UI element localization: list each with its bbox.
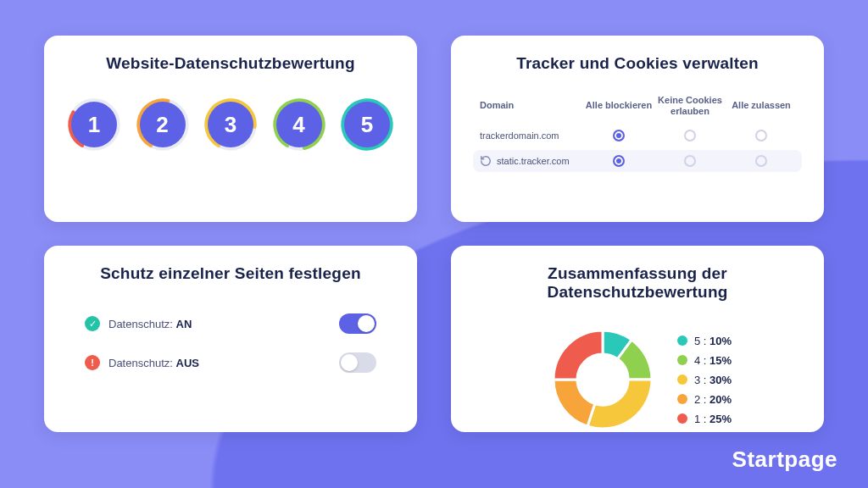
card-title: Tracker und Cookies verwalten	[473, 54, 802, 73]
rating-badge-3: 3	[203, 97, 259, 152]
card-title: Website-Datenschutzbewertung	[66, 54, 395, 73]
legend-label: 3 : 30%	[694, 374, 732, 386]
legend-row: 1 : 25%	[677, 413, 732, 425]
legend-swatch	[677, 336, 687, 346]
card-website-rating: Website-Datenschutzbewertung 12345	[44, 36, 417, 222]
protection-toggle[interactable]	[339, 352, 376, 373]
protection-row: !Datenschutz: AUS	[85, 352, 376, 373]
reload-icon[interactable]	[480, 155, 492, 167]
rating-badge-1: 1	[66, 97, 122, 152]
tracker-radio[interactable]	[613, 130, 625, 141]
legend-row: 5 : 10%	[677, 335, 732, 347]
legend-label: 2 : 20%	[694, 393, 732, 406]
legend-swatch	[677, 355, 687, 365]
donut-segment	[554, 330, 603, 380]
rating-badge-4: 4	[271, 97, 327, 152]
tracker-domain: trackerdomain.com	[480, 130, 581, 141]
card-title: Schutz einzelner Seiten festlegen	[66, 264, 395, 283]
tracker-radio[interactable]	[684, 155, 696, 167]
legend-swatch	[677, 374, 687, 385]
donut-segment	[587, 380, 652, 429]
donut-segment	[554, 380, 595, 426]
legend-swatch	[677, 394, 687, 404]
rating-badge-number: 4	[276, 102, 322, 147]
tracker-radio[interactable]	[755, 155, 767, 167]
legend-row: 2 : 20%	[677, 393, 732, 406]
rating-badge-number: 5	[344, 102, 390, 147]
rating-badge-5: 5	[339, 97, 395, 152]
col-block-all: Alle blockieren	[585, 100, 653, 111]
rating-badge-number: 3	[208, 102, 253, 147]
tracker-table-header: Domain Alle blockieren Keine Cookies erl…	[473, 90, 802, 121]
tracker-row: trackerdomain.com	[473, 125, 802, 147]
brand-logo: Startpage	[732, 446, 837, 473]
alert-icon: !	[85, 355, 100, 370]
tracker-radio[interactable]	[684, 130, 696, 141]
protection-label: Datenschutz: AN	[108, 318, 192, 330]
protection-list: ✓Datenschutz: AN!Datenschutz: AUS	[85, 313, 376, 373]
card-rating-summary: Zusammenfassung der Datenschutzbewertung…	[451, 246, 824, 432]
legend-row: 3 : 30%	[677, 374, 732, 386]
protection-toggle[interactable]	[339, 313, 376, 334]
rating-badge-2: 2	[135, 97, 191, 152]
tracker-row: static.tracker.com	[473, 150, 802, 172]
check-icon: ✓	[85, 316, 100, 331]
rating-badge-number: 1	[71, 102, 117, 147]
rating-badge-number: 2	[140, 102, 186, 147]
tracker-table: Domain Alle blockieren Keine Cookies erl…	[473, 90, 802, 172]
legend-label: 1 : 25%	[694, 413, 732, 425]
card-tracker-manage: Tracker und Cookies verwalten Domain All…	[451, 36, 824, 222]
tracker-radio[interactable]	[613, 155, 625, 167]
legend-row: 4 : 15%	[677, 354, 732, 367]
legend-label: 5 : 10%	[694, 335, 732, 347]
col-domain: Domain	[480, 100, 581, 111]
card-page-protection: Schutz einzelner Seiten festlegen ✓Daten…	[44, 246, 417, 432]
tracker-domain: static.tracker.com	[480, 155, 581, 167]
tracker-radio[interactable]	[755, 130, 767, 141]
col-allow-all: Alle zulassen	[727, 100, 795, 111]
summary-donut-chart	[543, 320, 662, 439]
col-no-cookies: Keine Cookies erlauben	[656, 95, 724, 116]
summary-legend: 5 : 10%4 : 15%3 : 30%2 : 20%1 : 25%	[677, 335, 732, 425]
protection-row: ✓Datenschutz: AN	[85, 313, 376, 334]
protection-label: Datenschutz: AUS	[108, 357, 199, 369]
card-title: Zusammenfassung der Datenschutzbewertung	[473, 264, 802, 302]
legend-swatch	[677, 413, 687, 424]
legend-label: 4 : 15%	[694, 354, 732, 367]
rating-badges-row: 12345	[66, 97, 395, 152]
